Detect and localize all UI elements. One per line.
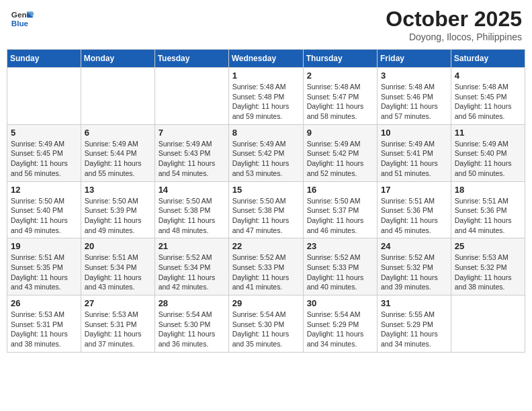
day-info: Sunrise: 5:53 AM Sunset: 5:31 PM Dayligh…: [11, 310, 77, 349]
calendar-cell: 9Sunrise: 5:49 AM Sunset: 5:42 PM Daylig…: [303, 124, 377, 181]
day-number: 26: [11, 298, 77, 308]
calendar-cell: 26Sunrise: 5:53 AM Sunset: 5:31 PM Dayli…: [7, 295, 81, 353]
day-number: 3: [381, 71, 447, 81]
calendar-cell: 17Sunrise: 5:51 AM Sunset: 5:36 PM Dayli…: [378, 181, 451, 238]
title-section: October 2025 Doyong, Ilocos, Philippines: [386, 7, 522, 42]
calendar-cell: [451, 295, 525, 353]
day-number: 12: [11, 185, 77, 195]
day-number: 25: [455, 241, 521, 251]
day-info: Sunrise: 5:50 AM Sunset: 5:39 PM Dayligh…: [85, 196, 151, 236]
day-number: 20: [85, 241, 151, 251]
weekday-header-saturday: Saturday: [451, 50, 525, 68]
day-number: 7: [159, 128, 225, 138]
calendar-week-2: 5Sunrise: 5:49 AM Sunset: 5:45 PM Daylig…: [7, 124, 525, 181]
day-info: Sunrise: 5:52 AM Sunset: 5:33 PM Dayligh…: [307, 253, 373, 292]
calendar-cell: 23Sunrise: 5:52 AM Sunset: 5:33 PM Dayli…: [303, 238, 377, 295]
calendar-cell: 12Sunrise: 5:50 AM Sunset: 5:40 PM Dayli…: [7, 181, 81, 238]
calendar-cell: 6Sunrise: 5:49 AM Sunset: 5:44 PM Daylig…: [81, 124, 154, 181]
day-number: 23: [307, 241, 373, 251]
day-number: 5: [11, 128, 77, 138]
weekday-header-monday: Monday: [81, 50, 154, 68]
calendar-cell: 2Sunrise: 5:48 AM Sunset: 5:47 PM Daylig…: [303, 68, 377, 125]
day-info: Sunrise: 5:53 AM Sunset: 5:32 PM Dayligh…: [455, 253, 521, 292]
month-title: October 2025: [386, 7, 522, 32]
calendar-cell: 19Sunrise: 5:51 AM Sunset: 5:35 PM Dayli…: [7, 238, 81, 295]
weekday-header-sunday: Sunday: [7, 50, 81, 68]
calendar-cell: 18Sunrise: 5:51 AM Sunset: 5:36 PM Dayli…: [451, 181, 525, 238]
day-number: 30: [307, 298, 373, 308]
day-info: Sunrise: 5:52 AM Sunset: 5:34 PM Dayligh…: [159, 253, 225, 292]
calendar-cell: 20Sunrise: 5:51 AM Sunset: 5:34 PM Dayli…: [81, 238, 154, 295]
calendar-week-1: 1Sunrise: 5:48 AM Sunset: 5:48 PM Daylig…: [7, 68, 525, 125]
logo-icon: General Blue: [10, 7, 34, 31]
day-info: Sunrise: 5:51 AM Sunset: 5:36 PM Dayligh…: [455, 196, 521, 236]
day-number: 21: [159, 241, 225, 251]
calendar-cell: 29Sunrise: 5:54 AM Sunset: 5:30 PM Dayli…: [228, 295, 303, 353]
day-number: 29: [232, 298, 300, 308]
calendar-week-3: 12Sunrise: 5:50 AM Sunset: 5:40 PM Dayli…: [7, 181, 525, 238]
weekday-header-tuesday: Tuesday: [154, 50, 228, 68]
calendar-cell: 11Sunrise: 5:49 AM Sunset: 5:40 PM Dayli…: [451, 124, 525, 181]
day-info: Sunrise: 5:49 AM Sunset: 5:42 PM Dayligh…: [232, 139, 300, 179]
day-number: 8: [232, 128, 300, 138]
calendar-week-4: 19Sunrise: 5:51 AM Sunset: 5:35 PM Dayli…: [7, 238, 525, 295]
day-info: Sunrise: 5:50 AM Sunset: 5:38 PM Dayligh…: [232, 196, 300, 236]
weekday-header-thursday: Thursday: [303, 50, 377, 68]
weekday-header-wednesday: Wednesday: [228, 50, 303, 68]
day-number: 24: [381, 241, 447, 251]
day-info: Sunrise: 5:51 AM Sunset: 5:35 PM Dayligh…: [11, 253, 77, 292]
day-number: 18: [455, 185, 521, 195]
day-info: Sunrise: 5:55 AM Sunset: 5:29 PM Dayligh…: [381, 310, 447, 349]
day-info: Sunrise: 5:54 AM Sunset: 5:30 PM Dayligh…: [159, 310, 225, 349]
day-info: Sunrise: 5:48 AM Sunset: 5:45 PM Dayligh…: [455, 82, 521, 122]
day-info: Sunrise: 5:50 AM Sunset: 5:40 PM Dayligh…: [11, 196, 77, 236]
day-number: 9: [307, 128, 373, 138]
day-info: Sunrise: 5:50 AM Sunset: 5:38 PM Dayligh…: [159, 196, 225, 236]
calendar-cell: 4Sunrise: 5:48 AM Sunset: 5:45 PM Daylig…: [451, 68, 525, 125]
day-info: Sunrise: 5:51 AM Sunset: 5:36 PM Dayligh…: [381, 196, 447, 236]
day-number: 13: [85, 185, 151, 195]
day-number: 10: [381, 128, 447, 138]
weekday-header-friday: Friday: [378, 50, 451, 68]
day-info: Sunrise: 5:49 AM Sunset: 5:43 PM Dayligh…: [159, 139, 225, 179]
day-info: Sunrise: 5:48 AM Sunset: 5:46 PM Dayligh…: [381, 82, 447, 122]
day-number: 16: [307, 185, 373, 195]
day-number: 4: [455, 71, 521, 81]
calendar-cell: 24Sunrise: 5:52 AM Sunset: 5:32 PM Dayli…: [378, 238, 451, 295]
calendar-cell: 3Sunrise: 5:48 AM Sunset: 5:46 PM Daylig…: [378, 68, 451, 125]
day-info: Sunrise: 5:49 AM Sunset: 5:40 PM Dayligh…: [455, 139, 521, 179]
day-number: 1: [232, 71, 300, 81]
calendar-cell: 30Sunrise: 5:54 AM Sunset: 5:29 PM Dayli…: [303, 295, 377, 353]
day-number: 17: [381, 185, 447, 195]
calendar-cell: 14Sunrise: 5:50 AM Sunset: 5:38 PM Dayli…: [154, 181, 228, 238]
logo: General Blue: [10, 7, 34, 31]
calendar-cell: 22Sunrise: 5:52 AM Sunset: 5:33 PM Dayli…: [228, 238, 303, 295]
svg-text:Blue: Blue: [11, 19, 29, 28]
calendar-cell: 5Sunrise: 5:49 AM Sunset: 5:45 PM Daylig…: [7, 124, 81, 181]
page-header: General Blue October 2025 Doyong, Ilocos…: [7, 7, 525, 42]
day-number: 14: [159, 185, 225, 195]
day-number: 31: [381, 298, 447, 308]
day-number: 11: [455, 128, 521, 138]
day-info: Sunrise: 5:50 AM Sunset: 5:37 PM Dayligh…: [307, 196, 373, 236]
calendar-cell: 27Sunrise: 5:53 AM Sunset: 5:31 PM Dayli…: [81, 295, 154, 353]
location-subtitle: Doyong, Ilocos, Philippines: [386, 32, 522, 42]
day-info: Sunrise: 5:48 AM Sunset: 5:47 PM Dayligh…: [307, 82, 373, 122]
day-info: Sunrise: 5:51 AM Sunset: 5:34 PM Dayligh…: [85, 253, 151, 292]
day-info: Sunrise: 5:52 AM Sunset: 5:33 PM Dayligh…: [232, 253, 300, 292]
day-info: Sunrise: 5:48 AM Sunset: 5:48 PM Dayligh…: [232, 82, 300, 122]
calendar-cell: 15Sunrise: 5:50 AM Sunset: 5:38 PM Dayli…: [228, 181, 303, 238]
day-info: Sunrise: 5:49 AM Sunset: 5:42 PM Dayligh…: [307, 139, 373, 179]
day-number: 28: [159, 298, 225, 308]
calendar-cell: 1Sunrise: 5:48 AM Sunset: 5:48 PM Daylig…: [228, 68, 303, 125]
day-info: Sunrise: 5:49 AM Sunset: 5:45 PM Dayligh…: [11, 139, 77, 179]
calendar-header-row: SundayMondayTuesdayWednesdayThursdayFrid…: [7, 50, 525, 68]
calendar-week-5: 26Sunrise: 5:53 AM Sunset: 5:31 PM Dayli…: [7, 295, 525, 353]
calendar-cell: [81, 68, 154, 125]
day-number: 22: [232, 241, 300, 251]
day-number: 6: [85, 128, 151, 138]
day-number: 19: [11, 241, 77, 251]
day-number: 15: [232, 185, 300, 195]
day-info: Sunrise: 5:53 AM Sunset: 5:31 PM Dayligh…: [85, 310, 151, 349]
calendar-cell: [7, 68, 81, 125]
